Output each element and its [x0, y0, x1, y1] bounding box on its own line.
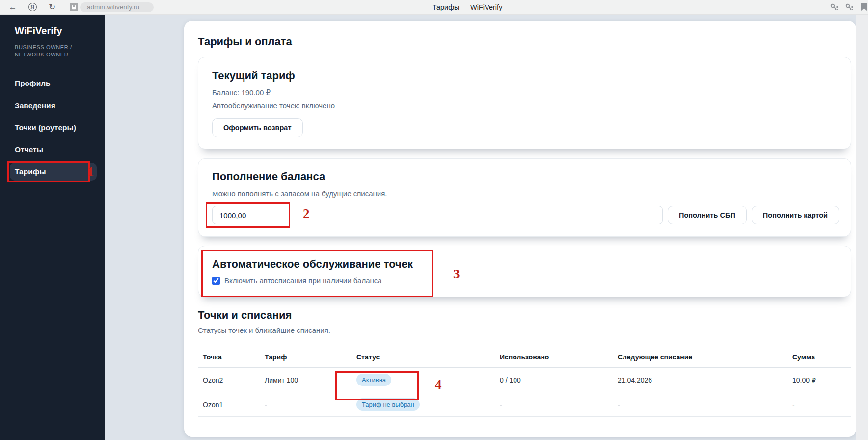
refund-button[interactable]: Оформить возврат	[212, 118, 303, 137]
tab-title: Тарифы — WiFiVerify	[433, 3, 503, 11]
col-next-charge: Следующее списание	[618, 353, 792, 361]
main-panel: Тарифы и оплата Текущий тариф Баланс: 19…	[184, 21, 856, 437]
autocharge-checkbox-label: Включить автосписания при наличии баланс…	[224, 276, 382, 285]
sidebar-item-tariffs-active[interactable]: Тарифы 1	[10, 163, 97, 181]
yandex-logo: Я	[28, 3, 37, 11]
topup-card-button[interactable]: Пополнить картой	[752, 206, 839, 224]
autoservice-title: Автоматическое обслуживание точек	[212, 258, 839, 271]
back-icon[interactable]: ←	[6, 1, 20, 13]
lock-icon[interactable]	[70, 3, 78, 11]
status-badge-no-tariff: Тариф не выбран	[356, 398, 420, 411]
col-tariff: Тариф	[265, 353, 356, 361]
autocharge-checkbox-row[interactable]: Включить автосписания при наличии баланс…	[212, 276, 839, 285]
sidebar-item-routers[interactable]: Точки (роутеры)	[0, 116, 105, 138]
autoservice-card: 3 Автоматическое обслуживание точек Вклю…	[198, 246, 851, 297]
sidebar-nav: Профиль Заведения Точки (роутеры) Отчеты…	[0, 72, 105, 183]
points-section-subtitle: Статусы точек и ближайшие списания.	[198, 326, 851, 335]
cell-next-charge: 21.04.2026	[618, 376, 792, 384]
cell-status: Активна 4	[356, 374, 500, 386]
annotation-number-1: 1	[87, 165, 94, 180]
topup-sbp-button[interactable]: Пополнить СБП	[668, 206, 747, 224]
cell-tariff: -	[265, 401, 356, 409]
status-badge-active: Активна	[356, 374, 391, 386]
points-table: Точка Тариф Статус Использовано Следующе…	[198, 346, 851, 417]
cell-point: Ozon2	[203, 376, 265, 384]
cell-used: -	[500, 401, 618, 409]
autoservice-status-text: Автообслуживание точек: включено	[212, 101, 839, 110]
bookmark-icon[interactable]	[861, 3, 867, 11]
col-status: Статус	[356, 353, 500, 361]
autocharge-checkbox[interactable]	[212, 277, 220, 285]
yandex-browser-icon[interactable]: Я	[26, 1, 39, 13]
table-header-row: Точка Тариф Статус Использовано Следующе…	[198, 346, 851, 368]
col-used: Использовано	[500, 353, 618, 361]
sidebar-item-profile[interactable]: Профиль	[0, 72, 105, 94]
topup-hint: Можно пополнять с запасом на будущие спи…	[212, 189, 839, 199]
cell-status: Тариф не выбран	[356, 398, 500, 411]
reload-icon[interactable]: ↻	[45, 1, 59, 13]
cell-tariff: Лимит 100	[265, 376, 356, 384]
scrollbar-track[interactable]	[856, 15, 868, 440]
sidebar-item-venues[interactable]: Заведения	[0, 94, 105, 116]
cell-used: 0 / 100	[500, 376, 618, 384]
password-key-icon[interactable]	[830, 3, 839, 11]
table-row: Ozon2 Лимит 100 Активна 4 0 / 100 21.04.…	[198, 368, 851, 392]
user-role-label: BUSINESS OWNER / NETWORK OWNER	[0, 44, 93, 58]
app-shell: WiFiVerify BUSINESS OWNER / NETWORK OWNE…	[0, 15, 868, 440]
browser-chrome: ← Я ↻ admin.wifiverify.ru Тарифы — WiFiV…	[0, 0, 868, 15]
col-amount: Сумма	[792, 353, 851, 361]
address-bar[interactable]: admin.wifiverify.ru	[70, 2, 154, 12]
password-key-icon-2[interactable]	[845, 3, 854, 11]
topup-row: 2 Пополнить СБП Пополнить картой	[212, 206, 839, 224]
cell-amount: -	[792, 401, 851, 409]
topup-title: Пополнение баланса	[212, 170, 839, 183]
content-area: Тарифы и оплата Текущий тариф Баланс: 19…	[105, 15, 868, 440]
current-tariff-card: Текущий тариф Баланс: 190.00 ₽ Автообслу…	[198, 57, 851, 149]
sidebar-item-label: Тарифы	[15, 167, 46, 176]
amount-input[interactable]	[212, 206, 663, 224]
brand-logo: WiFiVerify	[0, 26, 105, 37]
annotation-number-4: 4	[435, 377, 442, 392]
balance-text: Баланс: 190.00 ₽	[212, 88, 839, 98]
cell-point: Ozon1	[203, 401, 265, 409]
sidebar-item-reports[interactable]: Отчеты	[0, 138, 105, 161]
cell-next-charge: -	[618, 401, 792, 409]
sidebar: WiFiVerify BUSINESS OWNER / NETWORK OWNE…	[0, 15, 105, 440]
annotation-box-3	[201, 250, 433, 297]
table-row: Ozon1 - Тариф не выбран - - -	[198, 392, 851, 417]
topup-card: Пополнение баланса Можно пополнять с зап…	[198, 158, 851, 237]
url-text[interactable]: admin.wifiverify.ru	[80, 2, 154, 12]
points-section-title: Точки и списания	[198, 309, 851, 322]
cell-amount: 10.00 ₽	[792, 376, 851, 384]
page-title: Тарифы и оплата	[198, 35, 851, 48]
current-tariff-title: Текущий тариф	[212, 69, 839, 82]
col-point: Точка	[203, 353, 265, 361]
